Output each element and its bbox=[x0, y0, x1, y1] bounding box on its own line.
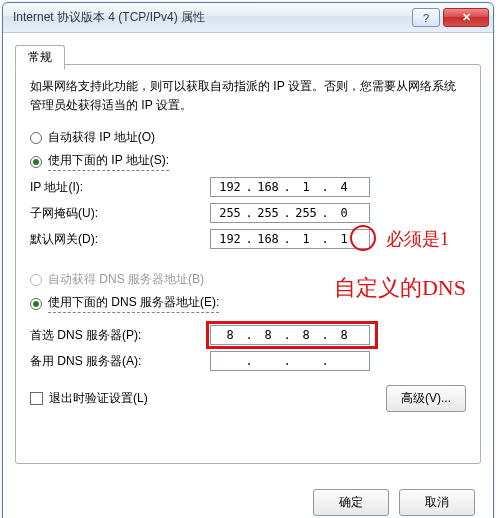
label-dns-preferred: 首选 DNS 服务器(P): bbox=[30, 327, 210, 344]
radio-ip-manual[interactable] bbox=[30, 156, 42, 168]
label-ip-auto: 自动获得 IP 地址(O) bbox=[48, 129, 155, 146]
dialog-footer: 确定 取消 bbox=[3, 477, 493, 518]
dns-group: 自动获得 DNS 服务器地址(B) 使用下面的 DNS 服务器地址(E): 自定… bbox=[30, 271, 466, 371]
ok-button[interactable]: 确定 bbox=[313, 489, 389, 516]
radio-ip-auto[interactable] bbox=[30, 132, 42, 144]
dialog-window: Internet 协议版本 4 (TCP/IPv4) 属性 ? ✕ 常规 如果网… bbox=[2, 2, 494, 518]
ip-group: 自动获得 IP 地址(O) 使用下面的 IP 地址(S): IP 地址(I): … bbox=[30, 129, 466, 261]
annotation-custom-dns: 自定义的DNS bbox=[334, 273, 466, 303]
label-ip-address: IP 地址(I): bbox=[30, 179, 210, 196]
label-validate-on-exit: 退出时验证设置(L) bbox=[49, 390, 148, 407]
cancel-button[interactable]: 取消 bbox=[399, 489, 475, 516]
checkbox-validate-on-exit[interactable] bbox=[30, 392, 43, 405]
radio-dns-auto bbox=[30, 274, 42, 286]
tab-general[interactable]: 常规 bbox=[15, 45, 65, 70]
input-subnet-mask[interactable]: 255. 255. 255. 0 bbox=[210, 203, 370, 223]
label-subnet-mask: 子网掩码(U): bbox=[30, 205, 210, 222]
tabstrip: 常规 bbox=[15, 41, 481, 65]
label-gateway: 默认网关(D): bbox=[30, 231, 210, 248]
input-dns-alternate[interactable]: . . . bbox=[210, 351, 370, 371]
tab-panel-general: 如果网络支持此功能，则可以获取自动指派的 IP 设置。否则，您需要从网络系统管理… bbox=[15, 64, 481, 464]
input-dns-preferred[interactable]: 8. 8. 8. 8 bbox=[210, 325, 370, 345]
label-dns-alternate: 备用 DNS 服务器(A): bbox=[30, 353, 210, 370]
label-ip-manual: 使用下面的 IP 地址(S): bbox=[48, 152, 169, 171]
input-gateway[interactable]: 192. 168. 1. 1 bbox=[210, 229, 370, 249]
label-dns-manual: 使用下面的 DNS 服务器地址(E): bbox=[48, 294, 219, 313]
titlebar[interactable]: Internet 协议版本 4 (TCP/IPv4) 属性 ? ✕ bbox=[3, 3, 493, 33]
annotation-must-be-1: 必须是1 bbox=[386, 227, 449, 251]
close-button[interactable]: ✕ bbox=[443, 8, 489, 27]
client-area: 常规 如果网络支持此功能，则可以获取自动指派的 IP 设置。否则，您需要从网络系… bbox=[3, 33, 493, 477]
intro-text: 如果网络支持此功能，则可以获取自动指派的 IP 设置。否则，您需要从网络系统管理… bbox=[30, 77, 466, 115]
advanced-button[interactable]: 高级(V)... bbox=[386, 385, 466, 412]
window-title: Internet 协议版本 4 (TCP/IPv4) 属性 bbox=[13, 9, 409, 26]
help-button[interactable]: ? bbox=[412, 8, 440, 27]
label-dns-auto: 自动获得 DNS 服务器地址(B) bbox=[48, 271, 204, 288]
input-ip-address[interactable]: 192. 168. 1. 4 bbox=[210, 177, 370, 197]
close-icon: ✕ bbox=[462, 11, 471, 24]
radio-dns-manual[interactable] bbox=[30, 298, 42, 310]
